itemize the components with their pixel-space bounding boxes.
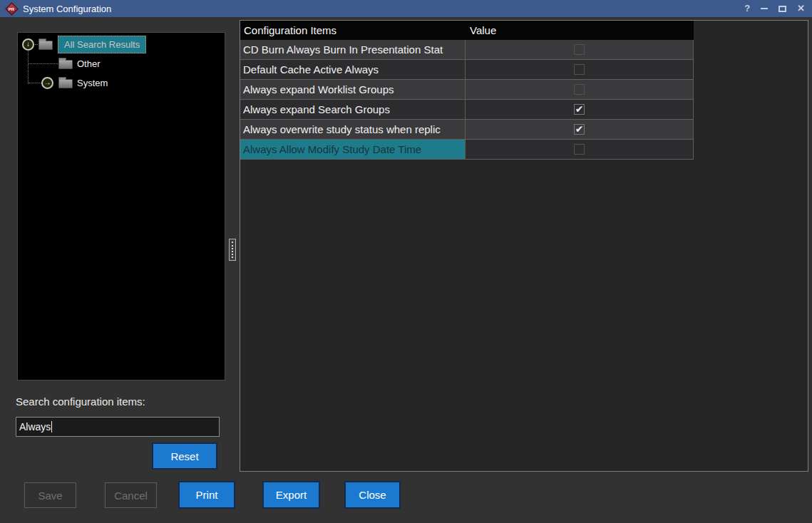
export-button[interactable]: Export [262,481,320,509]
folder-icon [58,79,73,88]
help-icon[interactable]: ? [744,0,750,17]
cancel-button[interactable]: Cancel [105,482,157,508]
row-checkbox[interactable] [574,144,585,155]
value-cell [466,40,694,60]
window-title: System Configuration [23,4,111,14]
text-caret [51,421,52,433]
tree-node-all-search-results[interactable]: ↓ All Search Results [18,35,146,53]
splitter-grip-icon [232,242,233,258]
arrow-glyph: → [44,79,51,86]
collapse-arrow-icon[interactable]: ↓ [22,38,34,51]
app-icon: PR [5,2,18,15]
config-item-cell[interactable]: CD Burn Always Burn In Presentation Stat [240,40,466,60]
configuration-panel: Configuration Items Value CD Burn Always… [240,20,808,472]
search-label: Search configuration items: [16,395,145,408]
config-item-cell[interactable]: Always Allow Modify Study Date Time [240,140,466,160]
reset-button[interactable]: Reset [152,442,217,470]
row-checkbox[interactable] [574,84,585,95]
tree-node-system[interactable]: → System [18,73,108,92]
tree-node-label[interactable]: System [77,78,108,88]
folder-icon [38,41,53,50]
title-bar: PR System Configuration ? ✕ [0,0,812,17]
config-item-cell[interactable]: Always expand Search Groups [240,100,466,120]
column-header-value[interactable]: Value [466,24,694,36]
config-item-cell[interactable]: Always expand Worklist Groups [240,80,466,100]
tree-node-label[interactable]: All Search Results [58,36,146,53]
close-icon[interactable]: ✕ [797,0,805,17]
configuration-table: Configuration Items Value CD Burn Always… [240,21,694,160]
table-row: Always expand Worklist Groups [240,80,694,100]
value-cell [466,140,694,160]
table-header-row: Configuration Items Value [240,21,694,40]
folder-icon [58,60,73,69]
row-checkbox[interactable] [574,104,585,115]
table-row: Default Cache Active Always [240,60,694,80]
table-row: Always expand Search Groups [240,100,694,120]
app-icon-label: PR [9,6,14,11]
maximize-icon[interactable] [778,6,786,12]
expand-arrow-icon[interactable]: → [41,77,53,89]
save-button[interactable]: Save [24,482,76,508]
search-input[interactable]: Always [16,417,220,437]
value-cell [466,80,694,100]
close-button[interactable]: Close [344,481,401,509]
value-cell [466,120,694,140]
row-checkbox[interactable] [574,44,585,55]
panel-splitter-handle[interactable] [229,239,236,261]
column-header-configuration-items[interactable]: Configuration Items [240,24,466,36]
minimize-icon[interactable] [761,8,768,9]
window-controls: ? ✕ [744,0,812,17]
tree-node-label[interactable]: Other [77,58,101,69]
value-cell [466,100,694,120]
config-item-cell[interactable]: Always overwrite study status when repli… [240,120,466,140]
arrow-glyph: ↓ [26,41,30,48]
search-input-value: Always [19,421,51,433]
config-item-cell[interactable]: Default Cache Active Always [240,60,466,80]
table-row: Always Allow Modify Study Date Time [240,140,694,160]
tree-node-other[interactable]: Other [18,54,101,73]
print-button[interactable]: Print [178,481,235,509]
row-checkbox[interactable] [574,124,585,135]
search-results-tree: ↓ All Search Results Other → System [17,32,225,380]
row-checkbox[interactable] [574,64,585,75]
table-row: CD Burn Always Burn In Presentation Stat [240,40,694,60]
value-cell [466,60,694,80]
table-row: Always overwrite study status when repli… [240,120,694,140]
